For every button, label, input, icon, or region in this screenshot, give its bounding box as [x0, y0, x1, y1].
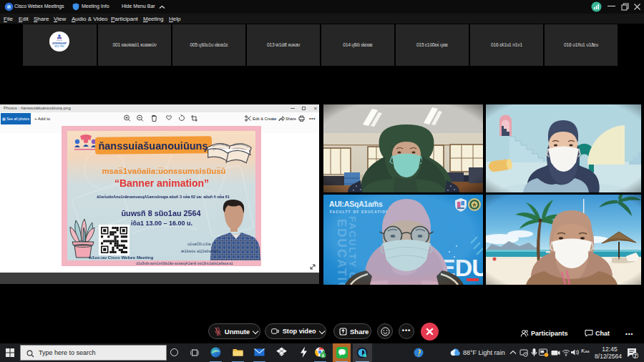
- svg-text:ňanssuiašuanouiūunş: ňanssuiašuanouiūunş: [98, 140, 208, 152]
- svg-text:“Banner animation”: “Banner animation”: [114, 177, 209, 189]
- svg-text:iôa1 13.00 – 16.00 u.: iôa1 13.00 – 16.00 u.: [131, 220, 192, 227]
- svg-text:u1uaŬũ o1ïa:: u1uaŬũ o1ïa:: [187, 242, 212, 246]
- svg-text:d1ud̃nds:aum1srũõa1ãw auza: d1ud̃nds:aum1srũõa1ãw auzasqA1ams̃ uw…: [136, 262, 233, 265]
- svg-text:ūuwsñ 8 sũo1au 2564: ūuwsñ 8 sũo1au 2564: [121, 209, 200, 217]
- svg-text:ǽ1iiwùv a1ǰ1sũwiAbI: ǽ1iiwùv a1ǰ1sũwiAbI: [181, 249, 219, 253]
- svg-text:msas̅1vaöaiia:u̅onssumsisũus: msas̅1vaöaiia:u̅onssumsisũus̅ů: [102, 167, 225, 175]
- svg-text:ẁ1us:uu Cisco Webex Meeting: ẁ1us:uu Cisco Webex Meeting: [88, 255, 154, 260]
- svg-text:EDU YRU: EDU YRU: [54, 45, 64, 48]
- svg-text:7: 7: [634, 353, 637, 358]
